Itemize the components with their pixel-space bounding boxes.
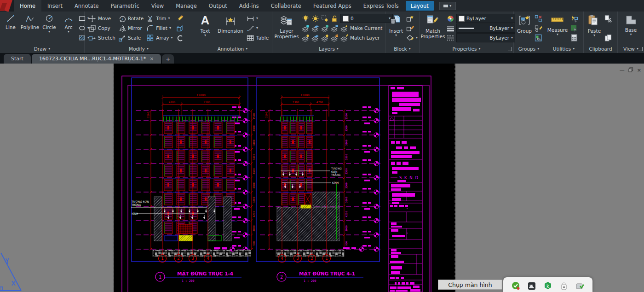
make-current-button[interactable]: Make Current [350,25,382,31]
make-current-icon[interactable] [340,24,348,32]
fillet-button[interactable]: Fillet▾ [146,23,172,33]
ribbon-tab-output[interactable]: Output [203,0,233,12]
panel-label-draw[interactable]: Draw▾ [0,44,84,53]
panel-label-properties[interactable]: Properties▾ [420,44,513,53]
layer-match-icon[interactable] [311,34,319,42]
polyline-button[interactable]: Polyline [21,12,39,44]
erase-button[interactable] [176,14,184,23]
create-block-button[interactable] [406,14,418,23]
mirror-button[interactable]: Mirror [118,23,144,33]
ribbon-tab-collaborate[interactable]: Collaborate [265,0,307,12]
tray-update-icon[interactable] [575,280,585,292]
close-tab-icon[interactable]: × [150,56,154,62]
panel-label-groups[interactable]: Groups▾ [514,44,544,53]
panel-label-clipboard[interactable]: Clipboard [584,44,617,53]
panel-label-block[interactable]: Block▾ [385,44,419,53]
layer-freeze-icon[interactable] [311,15,319,23]
copy-icon [88,24,96,32]
drawing-canvas[interactable]: 1200047007300210015003300310033003300330… [0,64,644,292]
quick-select-button[interactable] [570,14,578,23]
text-button[interactable]: AText▾ [196,12,214,44]
cut-button[interactable] [604,14,612,23]
layer-on-icon[interactable] [302,15,310,23]
layer-walk-icon[interactable] [302,34,310,42]
ribbon-tab-layout[interactable]: Layout [406,1,434,11]
ribbon-tab-home[interactable]: Home [14,0,41,12]
layer-isolate-icon[interactable] [302,24,310,32]
base-button[interactable]: Base▾ [622,12,640,44]
quick-calc-button[interactable] [570,33,578,42]
copy-button[interactable]: Copy [88,23,115,33]
tray-popup: k [503,277,592,292]
select-similar-button[interactable] [570,23,578,33]
ribbon-tab-express-tools[interactable]: Express Tools [357,0,405,12]
move-button[interactable]: Move [88,14,115,23]
layer-freeze-tool-icon[interactable] [321,24,329,32]
group-edit-button[interactable] [535,23,542,33]
ungroup-button[interactable] [535,14,542,23]
array-button[interactable]: Array▾ [146,33,172,42]
ribbon-tab-featured-apps[interactable]: Featured Apps [307,0,357,12]
match-properties-button[interactable]: Match Properties [421,12,445,44]
copy-clip-button[interactable] [604,33,612,42]
paste-button[interactable]: Paste▾ [585,12,604,44]
group-button[interactable]: Group [515,12,534,44]
ribbon-tab-annotate[interactable]: Annotate [69,0,105,12]
panel-label-utilities[interactable]: Utilities▾ [544,44,583,53]
layer-lock-icon[interactable] [331,15,339,23]
lineweight-select[interactable]: ByLayer▾ [456,23,515,33]
svg-text:3: 3 [191,256,194,261]
panel-label-annotation[interactable]: Annotation▾ [193,44,272,53]
panel-label-layers[interactable]: Layers▾ [272,44,385,53]
layer-properties-button[interactable]: Layer Properties [274,12,299,44]
object-color-select[interactable]: ByLayer▾ [456,14,515,23]
scale-button[interactable]: Scale [118,33,144,42]
match-layer-icon[interactable] [340,34,348,42]
layer-unisolate-icon[interactable] [311,24,319,32]
measure-button[interactable]: Measure▾ [546,12,569,44]
restore-icon[interactable] [628,67,633,73]
stretch-button[interactable]: Stretch [88,33,115,42]
insert-button[interactable]: Insert▾ [387,12,405,44]
layer-select[interactable]: 0▾ [340,14,393,23]
circle-button[interactable]: Circle▾ [40,12,58,44]
linetype-select[interactable]: ByLayer▾ [456,33,515,42]
new-tab-button[interactable]: + [162,54,174,64]
block-attributes-button[interactable]: ▾ [406,33,418,42]
ribbon-tab-add-ins[interactable]: Add-ins [233,0,265,12]
arc-button[interactable]: Arc▾ [59,12,78,44]
group-selection-button[interactable] [535,33,542,42]
edit-block-button[interactable] [406,23,418,33]
ribbon-tab-insert[interactable]: Insert [41,0,69,12]
layer-viewport-freeze-icon[interactable] [321,15,329,23]
line-button[interactable]: Line [1,12,20,44]
tray-kms-icon[interactable]: k [543,280,553,292]
layer-lock-tool-icon[interactable] [331,24,339,32]
table-button[interactable]: Table [247,33,269,42]
autocad-logo-icon[interactable] [0,0,14,12]
minimize-icon[interactable]: — [620,68,625,73]
file-tab-document[interactable]: 160723-CICILIA MR...RỤC1-4-MĐTRỤC4-1* × [32,54,161,64]
panel-label-modify[interactable]: Modify▾ [85,44,193,53]
layer-unlock-icon[interactable] [331,34,339,42]
match-layer-button[interactable]: Match Layer [350,35,380,41]
dimension-button[interactable]: Dimension [217,12,244,44]
tray-photos-icon[interactable] [527,280,537,292]
layer-thaw-icon[interactable] [321,34,329,42]
tray-scale-icon[interactable] [559,280,569,292]
ribbon-tab-manage[interactable]: Manage [170,0,203,12]
ribbon-display-toggle[interactable]: ▾ [439,2,456,10]
file-tab-start[interactable]: Start [4,54,31,64]
tray-antivirus-icon[interactable] [511,280,521,292]
trim-button[interactable]: Trim▾ [146,14,172,23]
ribbon-tab-parametric[interactable]: Parametric [105,0,145,12]
properties-dialog-launcher[interactable] [508,47,512,51]
explode-button[interactable] [176,23,184,33]
overkill-button[interactable] [176,33,184,42]
linear-dimension-button[interactable]: ▾ [247,14,269,23]
close-icon[interactable]: × [637,68,641,73]
leader-button[interactable]: ▾ [247,23,269,33]
view-dialog-launcher[interactable] [638,47,643,51]
ribbon-tab-view[interactable]: View [145,0,170,12]
rotate-button[interactable]: Rotate [118,14,144,23]
